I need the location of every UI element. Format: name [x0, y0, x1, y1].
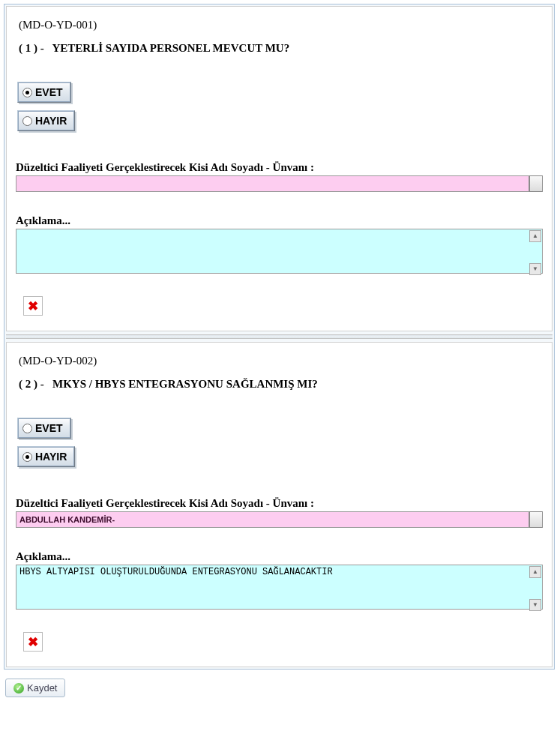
delete-x-icon: ✖ [28, 634, 38, 650]
delete-button[interactable]: ✖ [23, 632, 43, 652]
scroll-down-icon[interactable]: ▼ [529, 263, 541, 275]
person-field-label: Düzeltici Faaliyeti Gerçeklestirecek Kis… [16, 497, 543, 510]
radio-icon [22, 424, 32, 433]
check-icon [13, 683, 24, 694]
description-label: Açıklama... [16, 214, 543, 227]
radio-label: HAYIR [35, 115, 67, 127]
scroll-up-icon[interactable]: ▲ [529, 566, 541, 578]
description-textarea[interactable] [16, 229, 543, 274]
description-wrap: ▲ ▼ [16, 565, 543, 613]
delete-x-icon: ✖ [28, 298, 38, 314]
radio-hayir[interactable]: HAYIR [17, 110, 75, 131]
radio-icon [22, 452, 32, 462]
delete-button[interactable]: ✖ [23, 296, 43, 316]
person-row [16, 175, 543, 192]
radio-icon [22, 88, 32, 97]
radio-label: EVET [35, 422, 63, 434]
person-input[interactable] [16, 511, 529, 528]
question-code: (MD-O-YD-002) [19, 355, 543, 367]
description-label: Açıklama... [16, 550, 543, 563]
scrollbar[interactable]: ▲ ▼ [529, 230, 541, 275]
save-button[interactable]: Kaydet [5, 679, 65, 697]
radio-evet[interactable]: EVET [17, 82, 71, 103]
person-input[interactable] [16, 175, 529, 192]
description-textarea[interactable] [16, 565, 543, 610]
radio-hayir[interactable]: HAYIR [17, 446, 75, 467]
scroll-down-icon[interactable]: ▼ [529, 599, 541, 611]
question-text-body: MKYS / HBYS ENTEGRASYONU SAĞLANMIŞ MI? [52, 378, 318, 390]
form-outer-frame: (MD-O-YD-001) ( 1 ) - YETERLİ SAYIDA PER… [4, 4, 555, 670]
radio-evet[interactable]: EVET [17, 418, 71, 439]
panel-divider [6, 334, 553, 339]
question-text-body: YETERLİ SAYIDA PERSONEL MEVCUT MU? [52, 42, 289, 54]
question-title: ( 2 ) - MKYS / HBYS ENTEGRASYONU SAĞLANM… [19, 378, 543, 391]
scroll-up-icon[interactable]: ▲ [529, 230, 541, 242]
person-picker-button[interactable] [529, 175, 543, 192]
person-field-label: Düzeltici Faaliyeti Gerçeklestirecek Kis… [16, 161, 543, 174]
scrollbar[interactable]: ▲ ▼ [529, 566, 541, 611]
description-wrap: ▲ ▼ [16, 229, 543, 277]
question-title: ( 1 ) - YETERLİ SAYIDA PERSONEL MEVCUT M… [19, 42, 543, 55]
radio-icon [22, 116, 32, 126]
radio-label: HAYIR [35, 451, 67, 463]
question-code: (MD-O-YD-001) [19, 19, 543, 31]
radio-label: EVET [35, 86, 63, 98]
question-panel-2: (MD-O-YD-002) ( 2 ) - MKYS / HBYS ENTEGR… [6, 342, 553, 667]
person-row [16, 511, 543, 528]
question-number: ( 2 ) - [19, 378, 44, 390]
question-panel-1: (MD-O-YD-001) ( 1 ) - YETERLİ SAYIDA PER… [6, 6, 553, 331]
question-number: ( 1 ) - [19, 42, 44, 54]
save-button-label: Kaydet [27, 682, 57, 694]
person-picker-button[interactable] [529, 511, 543, 528]
